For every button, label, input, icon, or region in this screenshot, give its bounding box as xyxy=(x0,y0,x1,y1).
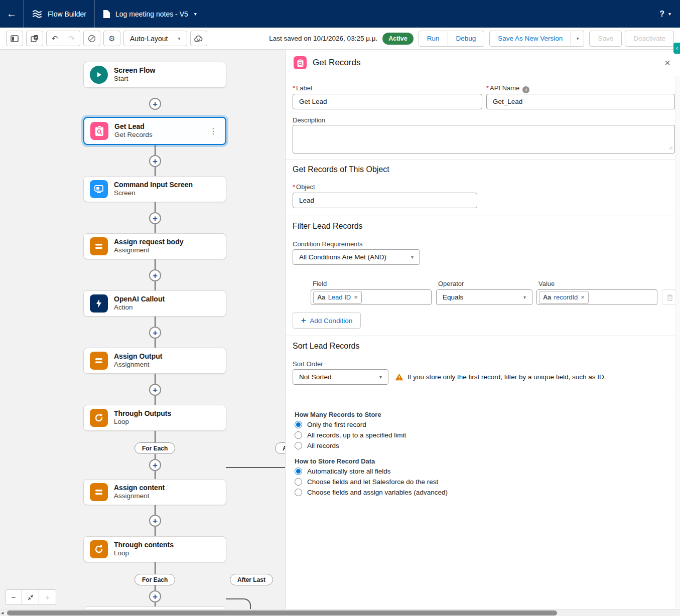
save-button[interactable]: Save xyxy=(589,31,622,47)
run-button[interactable]: Run xyxy=(419,31,448,47)
deactivate-button[interactable]: Deactivate xyxy=(625,31,674,47)
add-condition-label: Add Condition xyxy=(310,317,352,325)
node-menu-button[interactable]: ⋮ xyxy=(207,126,219,136)
save-as-new-version-button[interactable]: Save As New Version xyxy=(489,31,571,47)
remove-pill-icon[interactable]: × xyxy=(581,293,585,301)
radio-all-records[interactable]: All records xyxy=(295,442,339,449)
value-column-label: Value xyxy=(538,280,555,287)
required-mark: * xyxy=(293,84,295,92)
multi-select-icon xyxy=(31,35,39,43)
node-label: Screen Flow xyxy=(114,66,220,75)
radio-choose-fields-advanced[interactable]: Choose fields and assign variables (adva… xyxy=(295,489,448,496)
api-name-input[interactable]: Get_Lead xyxy=(486,94,675,109)
node-command-input-screen[interactable]: Command Input Screen Screen xyxy=(83,176,226,202)
horizontal-scrollbar-thumb[interactable] xyxy=(7,610,557,615)
radio-choose-fields-salesforce[interactable]: Choose fields and let Salesforce do the … xyxy=(295,478,438,486)
einstein-button[interactable] xyxy=(190,31,207,46)
node-label: Through contents xyxy=(114,541,220,550)
node-type: Loop xyxy=(114,418,220,426)
add-condition-button[interactable]: + Add Condition xyxy=(293,313,361,329)
add-element-button[interactable]: + xyxy=(149,515,161,527)
chevron-down-icon: ▾ xyxy=(411,254,414,260)
node-start[interactable]: Screen Flow Start xyxy=(83,62,226,88)
radio-auto-store-all-fields[interactable]: Automatically store all fields xyxy=(295,468,391,475)
radio-label: All records, up to a specified limit xyxy=(307,431,406,439)
resize-grip-icon[interactable] xyxy=(668,144,673,151)
prohibited-icon xyxy=(88,35,96,43)
node-assign-content[interactable]: Assign content Assignment xyxy=(83,479,226,505)
add-element-button[interactable]: + xyxy=(149,98,161,110)
add-element-button[interactable]: + xyxy=(149,590,161,602)
sort-order-select[interactable]: Not Sorted ▾ xyxy=(293,369,388,385)
collapse-panel-button[interactable]: ‹ xyxy=(673,43,680,54)
radio-selected-icon xyxy=(295,468,302,475)
trash-icon xyxy=(667,294,673,301)
node-label: Assign request body xyxy=(114,238,220,247)
filter-field-combobox[interactable]: Aa Lead ID × xyxy=(311,289,432,305)
debug-button[interactable]: Debug xyxy=(448,31,485,47)
toggle-toolbox-button[interactable] xyxy=(6,31,23,46)
add-element-button[interactable]: + xyxy=(149,459,161,471)
fit-view-icon xyxy=(27,594,34,601)
cut-disable-button[interactable] xyxy=(83,31,100,46)
add-element-button[interactable]: + xyxy=(149,212,161,224)
remove-pill-icon[interactable]: × xyxy=(354,293,358,301)
condition-requirements-select[interactable]: All Conditions Are Met (AND) ▾ xyxy=(293,249,420,265)
document-icon xyxy=(103,10,110,19)
object-field-label: *Object xyxy=(293,183,315,191)
chevron-down-icon: ▾ xyxy=(194,11,197,17)
condition-requirements-value: All Conditions Are Met (AND) xyxy=(299,253,386,261)
zoom-in-button[interactable]: + xyxy=(39,589,56,605)
radio-label: Choose fields and assign variables (adva… xyxy=(307,489,448,496)
loop-icon xyxy=(90,540,108,558)
node-assign-output[interactable]: Assign Output Assignment xyxy=(83,348,226,374)
assignment-icon xyxy=(90,237,108,255)
add-element-button[interactable]: + xyxy=(149,384,161,396)
back-button[interactable]: ← xyxy=(0,0,23,28)
required-mark: * xyxy=(486,84,489,92)
help-menu[interactable]: ? ▾ xyxy=(650,0,680,28)
panel-title: Get Records xyxy=(313,58,656,68)
chevron-down-icon: ▾ xyxy=(379,374,382,380)
node-assign-request-body[interactable]: Assign request body Assignment xyxy=(83,233,226,259)
zoom-fit-button[interactable] xyxy=(22,589,39,605)
layout-picker[interactable]: Auto-Layout ▾ xyxy=(123,31,187,46)
sort-order-value: Not Sorted xyxy=(299,373,332,381)
add-element-button[interactable]: + xyxy=(149,155,161,167)
add-element-button[interactable]: + xyxy=(149,269,161,281)
flow-title-menu[interactable]: Log meeting notes - V5 ▾ xyxy=(95,0,205,28)
object-input[interactable]: Lead xyxy=(293,193,477,208)
zoom-controls: − + xyxy=(5,589,56,605)
undo-button[interactable]: ↶ xyxy=(46,31,63,46)
store-count-heading: How Many Records to Store xyxy=(295,411,381,418)
info-icon[interactable]: i xyxy=(522,86,529,93)
horizontal-scrollbar[interactable]: ◂ xyxy=(0,609,680,616)
node-get-lead[interactable]: Get Lead Get Records ⋮ xyxy=(83,117,226,145)
add-element-button[interactable]: + xyxy=(149,327,161,339)
save-options-dropdown-button[interactable]: ▾ xyxy=(571,31,584,47)
radio-only-first-record[interactable]: Only the first record xyxy=(295,421,366,428)
filter-operator-select[interactable]: Equals ▾ xyxy=(436,289,532,305)
radio-label: Choose fields and let Salesforce do the … xyxy=(307,478,438,486)
node-through-contents[interactable]: Through contents Loop xyxy=(83,536,226,562)
panel-scrollbar-track[interactable] xyxy=(675,76,680,616)
redo-button[interactable]: ↷ xyxy=(63,31,80,46)
close-icon[interactable]: × xyxy=(662,57,672,69)
scroll-left-icon[interactable]: ◂ xyxy=(1,610,4,615)
condition-requirements-label: Condition Requirements xyxy=(293,240,362,248)
select-elements-button[interactable] xyxy=(26,31,43,46)
label-input[interactable]: Get Lead xyxy=(293,94,482,109)
sort-section-heading: Sort Lead Records xyxy=(293,342,359,351)
flow-toolbar: ↶ ↷ ⚙ Auto-Layout ▾ Last saved on 10/1/2… xyxy=(0,28,680,50)
description-textarea[interactable] xyxy=(293,125,675,153)
radio-all-records-limit[interactable]: All records, up to a specified limit xyxy=(295,431,406,439)
flow-canvas[interactable]: Screen Flow Start + Get Lead Get Records… xyxy=(0,50,285,616)
flow-settings-button[interactable]: ⚙ xyxy=(103,31,120,46)
sort-order-label: Sort Order xyxy=(293,360,323,368)
filter-value-combobox[interactable]: Aa recordId × xyxy=(536,289,657,305)
node-type: Action xyxy=(114,303,220,312)
node-through-outputs[interactable]: Through Outputs Loop xyxy=(83,405,226,431)
zoom-out-button[interactable]: − xyxy=(5,589,22,605)
node-openai-callout[interactable]: OpenAI Callout Action xyxy=(83,290,226,317)
loop-icon xyxy=(90,409,108,427)
